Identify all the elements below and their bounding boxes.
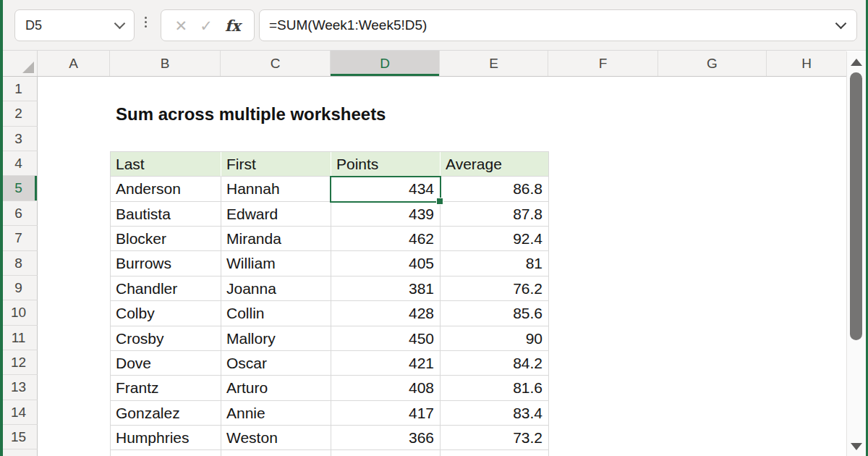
column-header[interactable]: D — [331, 51, 440, 76]
table-cell[interactable]: Edward — [221, 202, 331, 227]
table-cell[interactable]: 428 — [331, 301, 441, 326]
formula-expand-chevron-icon[interactable] — [835, 18, 847, 30]
table-cell[interactable]: 85.6 — [441, 301, 549, 326]
row-header[interactable]: 12 — [0, 350, 38, 375]
table-cell[interactable]: 462 — [331, 227, 441, 251]
row-header[interactable]: 9 — [0, 276, 38, 300]
scroll-down-arrow-icon[interactable] — [851, 443, 862, 450]
table-cell[interactable]: Colby — [111, 301, 221, 326]
formula-toolbar: D5 ✕ ✓ fx =SUM(Week1:Week5!D5) — [0, 0, 868, 51]
row-header[interactable]: 10 — [0, 300, 38, 325]
table-cell[interactable]: Miranda — [221, 227, 331, 251]
table-cell[interactable]: Chandler — [111, 276, 221, 301]
table-cell[interactable]: 421 — [331, 351, 441, 376]
table-cell[interactable]: Mallory — [221, 326, 331, 351]
row-header[interactable]: 11 — [0, 326, 38, 350]
row-header[interactable]: 3 — [0, 127, 38, 151]
row-header[interactable]: 6 — [0, 201, 38, 226]
table-cell[interactable]: Kelley — [111, 450, 221, 456]
row-header[interactable]: 1 — [0, 77, 38, 101]
table-cell[interactable]: 81.6 — [441, 376, 549, 400]
table-cell[interactable]: 393 — [331, 450, 441, 456]
scroll-up-arrow-icon[interactable] — [851, 59, 862, 66]
column-header[interactable]: H — [767, 51, 846, 76]
row-header[interactable]: 8 — [0, 251, 38, 276]
column-header[interactable]: F — [548, 51, 658, 76]
table-cell[interactable]: 84.2 — [441, 351, 549, 376]
row-header[interactable]: 2 — [0, 101, 38, 126]
table-header-cell[interactable]: First — [221, 152, 331, 177]
row-header[interactable]: 16 — [0, 449, 38, 456]
row-header[interactable]: 5 — [0, 176, 38, 200]
cells-area: Sum across multiple worksheets Last Firs… — [38, 77, 846, 456]
table-cell[interactable]: Oscar — [221, 351, 331, 376]
table-cell[interactable]: Blocker — [111, 227, 221, 251]
table-cell[interactable]: 78.6 — [441, 450, 549, 456]
table-cell[interactable]: 417 — [331, 401, 441, 426]
table-cell[interactable]: 434 — [331, 177, 441, 201]
column-header[interactable]: A — [38, 51, 110, 76]
table-row: Chandler Joanna 381 76.2 — [111, 276, 549, 301]
table-row: Gonzalez Annie 417 83.4 — [111, 401, 549, 426]
formula-text: =SUM(Week1:Week5!D5) — [269, 17, 427, 33]
row-header[interactable]: 14 — [0, 400, 38, 425]
table-header-cell[interactable]: Last — [111, 152, 221, 177]
column-header[interactable]: G — [658, 51, 767, 76]
table-cell[interactable]: Crosby — [111, 326, 221, 351]
drag-grip-icon[interactable] — [145, 17, 147, 28]
table-cell[interactable]: 81 — [441, 251, 549, 276]
vertical-scrollbar[interactable] — [846, 51, 866, 456]
table-cell[interactable]: 83.4 — [441, 401, 549, 426]
table-cell[interactable]: Weston — [221, 426, 331, 450]
table-cell[interactable]: Bautista — [111, 202, 221, 227]
table-cell[interactable]: Arturo — [221, 376, 331, 400]
column-header[interactable]: E — [440, 51, 548, 76]
column-header[interactable]: B — [110, 51, 221, 76]
scrollbar-thumb[interactable] — [850, 72, 862, 340]
name-box[interactable]: D5 — [14, 9, 135, 41]
table-cell[interactable]: 73.2 — [441, 426, 549, 450]
insert-function-icon[interactable]: fx — [225, 17, 241, 35]
row-header[interactable]: 15 — [0, 425, 38, 449]
confirm-icon[interactable]: ✓ — [200, 18, 213, 33]
table-cell[interactable]: Humphries — [111, 426, 221, 450]
formula-bar[interactable]: =SUM(Week1:Week5!D5) — [259, 9, 857, 41]
table-cell[interactable]: William — [221, 251, 331, 276]
table-cell[interactable]: Frantz — [111, 376, 221, 400]
row-header[interactable]: 7 — [0, 226, 38, 250]
table-cell[interactable]: 408 — [331, 376, 441, 400]
table-cell[interactable]: Anderson — [111, 177, 221, 201]
table-cell[interactable]: Annie — [221, 401, 331, 426]
table-cell[interactable]: Burrows — [111, 251, 221, 276]
table-cell[interactable]: Joanna — [221, 276, 331, 301]
table-cell[interactable]: 87.8 — [441, 202, 549, 227]
table-cell[interactable]: Dove — [111, 351, 221, 376]
row-header[interactable]: 4 — [0, 151, 38, 176]
table-header-cell[interactable]: Average — [441, 152, 549, 177]
table-cell[interactable]: 76.2 — [441, 276, 549, 301]
table-cell[interactable]: Collin — [221, 301, 331, 326]
table-row: Dove Oscar 421 84.2 — [111, 351, 549, 376]
excel-window: D5 ✕ ✓ fx =SUM(Week1:Week5!D5) A B C — [0, 0, 868, 456]
select-all-corner[interactable] — [0, 51, 38, 76]
cancel-icon[interactable]: ✕ — [175, 18, 188, 33]
table-cell[interactable]: 450 — [331, 326, 441, 351]
row-header[interactable]: 13 — [0, 375, 38, 400]
column-headers: A B C D E F G H — [38, 51, 846, 76]
table-cell[interactable]: 92.4 — [441, 227, 549, 251]
window-accent-edge-left — [0, 0, 3, 456]
fill-handle[interactable] — [436, 198, 443, 205]
column-header[interactable]: C — [221, 51, 331, 76]
table-cell[interactable]: 366 — [331, 426, 441, 450]
title-cell[interactable]: Sum across multiple worksheets — [116, 104, 386, 124]
table-cell[interactable]: 90 — [441, 326, 549, 351]
table-header-cell[interactable]: Points — [331, 152, 441, 177]
table-cell[interactable]: 86.8 — [441, 177, 549, 201]
table-cell[interactable]: 381 — [331, 276, 441, 301]
table-cell[interactable]: 405 — [331, 251, 441, 276]
table-cell[interactable]: Gonzalez — [111, 401, 221, 426]
chevron-down-icon[interactable] — [114, 18, 126, 30]
table-cell[interactable]: Jack — [221, 450, 331, 456]
table-cell[interactable]: Hannah — [221, 177, 331, 201]
table-cell[interactable]: 439 — [331, 202, 441, 227]
